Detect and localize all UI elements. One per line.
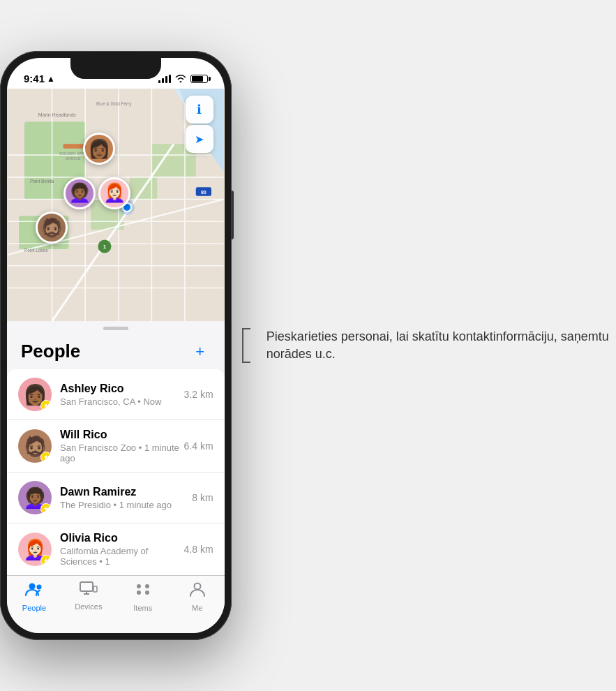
map-avatar-olivia[interactable]: 👩🏻‍🦰 (98, 177, 130, 209)
drag-handle[interactable] (7, 321, 225, 335)
map-avatar-will[interactable]: 🧔🏽 (36, 211, 68, 244)
annotation-bracket (242, 328, 243, 363)
svg-text:Blue & Gold Ferry: Blue & Gold Ferry (96, 101, 132, 107)
person-distance: 8 km (192, 492, 213, 503)
person-location: San Francisco Zoo • 1 minute ago (60, 443, 184, 463)
tab-me[interactable]: Me (170, 581, 225, 612)
person-item-dawn[interactable]: 👩🏾‍🦱 ★ Dawn Ramirez The Presidio • 1 min… (7, 473, 225, 523)
svg-point-40 (145, 584, 149, 588)
favorite-badge: ★ (40, 555, 52, 566)
tab-people[interactable]: People (7, 581, 61, 612)
annotation-container: Pieskarieties personai, lai skatītu kont… (253, 328, 616, 363)
tab-items[interactable]: Items (116, 581, 170, 612)
person-name: Olivia Rico (60, 532, 184, 544)
map-controls: ℹ ➤ (186, 96, 213, 153)
tab-me-label: Me (192, 604, 202, 612)
wifi-icon (175, 73, 186, 84)
svg-rect-38 (93, 586, 97, 592)
people-list: 👩🏾 ★ Ashley Rico San Francisco, CA • Now… (7, 369, 225, 575)
person-info-will: Will Rico San Francisco Zoo • 1 minute a… (60, 429, 184, 463)
favorite-badge: ★ (40, 503, 52, 514)
time-display: 9:41 (24, 73, 45, 84)
bottom-panel: People + 👩🏾 ★ Ashley Rico San Francisco,… (7, 335, 225, 575)
person-avatar-ashley: 👩🏾 ★ (18, 378, 52, 411)
svg-text:Point Bonita: Point Bonita (30, 179, 54, 184)
svg-point-39 (137, 584, 141, 588)
person-location: San Francisco, CA • Now (60, 396, 184, 407)
map-view[interactable]: 1 80 Marin Headlands Point Bonita Point … (7, 89, 225, 321)
tab-items-label: Items (133, 604, 152, 612)
svg-point-41 (137, 590, 141, 595)
svg-text:80: 80 (201, 190, 206, 195)
person-distance: 6.4 km (184, 440, 213, 452)
signal-icon (158, 75, 171, 83)
annotation-text: Pieskarieties personai, lai skatītu kont… (266, 328, 616, 363)
person-info-ashley: Ashley Rico San Francisco, CA • Now (60, 382, 184, 407)
battery-icon (190, 75, 208, 83)
scene: 9:41 ▲ (0, 51, 616, 640)
panel-title: People (21, 341, 80, 362)
location-arrow-icon: ▲ (47, 74, 55, 84)
panel-header: People + (7, 335, 225, 369)
svg-text:BRIDGE: BRIDGE (66, 156, 81, 161)
svg-rect-35 (80, 582, 93, 591)
notch (70, 58, 161, 79)
person-item-ashley[interactable]: 👩🏾 ★ Ashley Rico San Francisco, CA • Now… (7, 369, 225, 420)
svg-point-42 (145, 590, 149, 595)
map-avatar-ashley[interactable]: 👩🏾 (83, 133, 115, 165)
favorite-badge: ★ (40, 400, 52, 411)
svg-point-34 (36, 585, 41, 590)
svg-text:Marin Headlands: Marin Headlands (38, 112, 76, 118)
map-location-button[interactable]: ➤ (186, 125, 213, 153)
svg-text:1: 1 (103, 244, 107, 250)
phone-frame: 9:41 ▲ (0, 51, 232, 640)
tab-devices[interactable]: Devices (61, 581, 116, 611)
tab-devices-label: Devices (75, 602, 102, 611)
person-item-olivia[interactable]: 👩🏻‍🦰 ★ Olivia Rico California Academy of… (7, 523, 225, 575)
map-avatar-dawn[interactable]: 👩🏾‍🦱 (63, 177, 96, 209)
person-avatar-dawn: 👩🏾‍🦱 ★ (18, 481, 52, 514)
tab-bar: People Devices (7, 575, 225, 633)
person-item-will[interactable]: 🧔🏽 ★ Will Rico San Francisco Zoo • 1 min… (7, 420, 225, 473)
person-name: Dawn Ramirez (60, 486, 192, 498)
person-info-dawn: Dawn Ramirez The Presidio • 1 minute ago (60, 486, 192, 510)
tab-people-label: People (22, 604, 46, 612)
phone-screen: 9:41 ▲ (7, 58, 225, 633)
person-distance: 3.2 km (184, 389, 213, 400)
svg-point-33 (29, 584, 35, 590)
person-location: The Presidio • 1 minute ago (60, 500, 192, 510)
favorite-badge: ★ (40, 452, 52, 463)
map-info-button[interactable]: ℹ (186, 96, 213, 124)
svg-text:Point Lobos: Point Lobos (24, 248, 47, 253)
person-avatar-olivia: 👩🏻‍🦰 ★ (18, 533, 52, 566)
person-info-olivia: Olivia Rico California Academy of Scienc… (60, 532, 184, 567)
person-name: Ashley Rico (60, 382, 184, 395)
add-person-button[interactable]: + (190, 341, 211, 362)
status-time: 9:41 ▲ (24, 73, 55, 84)
svg-point-43 (194, 584, 200, 590)
status-right-icons (158, 73, 208, 84)
person-distance: 4.8 km (184, 544, 213, 555)
person-name: Will Rico (60, 429, 184, 441)
person-location: California Academy of Sciences • 1 (60, 546, 184, 567)
person-avatar-will: 🧔🏽 ★ (18, 429, 52, 463)
